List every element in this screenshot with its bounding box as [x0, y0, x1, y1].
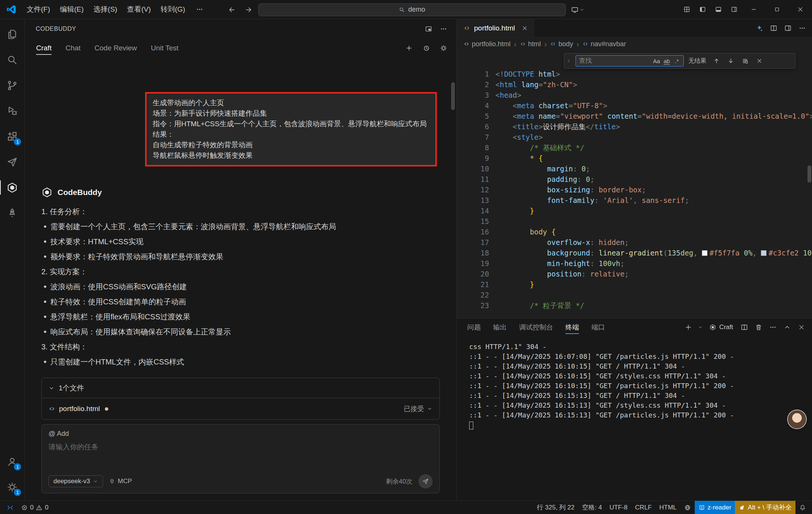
toggle-secondary-sidebar-button[interactable]	[726, 0, 742, 19]
code-line[interactable]: 9 * {	[457, 153, 812, 163]
open-in-editor-button[interactable]	[422, 22, 435, 36]
active-terminal-item[interactable]: Craft	[706, 324, 737, 331]
window-minimize-button[interactable]	[742, 0, 765, 19]
code-line[interactable]: 11 padding: 0;	[457, 174, 812, 184]
editor-body[interactable]: Aa ab .* 无结果 1<!DOCTYPE html>2<html lang…	[457, 51, 812, 318]
toggle-panel-button[interactable]	[710, 0, 726, 19]
code-line[interactable]: 10 margin: 0;	[457, 163, 812, 174]
whole-word-toggle[interactable]: ab	[662, 56, 672, 65]
accept-status[interactable]: 已接受	[404, 404, 433, 413]
find-previous-button[interactable]	[711, 55, 722, 67]
activitybar-settings[interactable]: 1	[0, 474, 24, 500]
activitybar-search[interactable]	[0, 47, 24, 73]
toggle-sidebar-button[interactable]	[695, 0, 710, 19]
panel-tab-终端[interactable]: 终端	[565, 319, 579, 336]
send-button[interactable]	[418, 474, 433, 488]
panel-tab-调试控制台[interactable]: 调试控制台	[519, 319, 553, 336]
sidebar-tab-craft[interactable]: Craft	[36, 39, 52, 57]
sidebar-tab-unit-test[interactable]: Unit Test	[151, 39, 179, 57]
new-chat-button[interactable]	[402, 41, 416, 55]
code-line[interactable]: 4 <meta charset="UTF-8">	[457, 100, 812, 111]
menu-item[interactable]: 转到(G)	[156, 3, 190, 16]
chat-settings-button[interactable]	[437, 41, 450, 55]
find-in-selection-button[interactable]	[739, 55, 751, 67]
new-terminal-button[interactable]	[682, 320, 695, 334]
manual-completion-status[interactable]: Alt + \ 手动补全	[735, 501, 795, 514]
maximize-panel-button[interactable]	[780, 320, 794, 334]
code-line[interactable]: 18 background: linear-gradient(135deg, #…	[457, 248, 812, 258]
breadcrumb-item[interactable]: nav#navbar	[582, 40, 626, 48]
menu-item[interactable]: 选择(S)	[89, 3, 122, 16]
code-line[interactable]: 3<head>	[457, 90, 812, 100]
sidebar-tab-code-review[interactable]: Code Review	[94, 39, 137, 57]
language-mode[interactable]: HTML	[656, 501, 680, 514]
panel-more-actions[interactable]	[766, 320, 780, 334]
panel-tab-端口[interactable]: 端口	[591, 319, 605, 336]
find-input[interactable]	[579, 57, 651, 65]
activitybar-source-control[interactable]	[0, 73, 24, 98]
activitybar-extension-a[interactable]	[0, 149, 24, 175]
activitybar-account[interactable]: 1	[0, 449, 24, 474]
breadcrumb-item[interactable]: portfolio.html	[464, 40, 511, 48]
code-line[interactable]: 17 overflow-x: hidden;	[457, 237, 812, 248]
code-line[interactable]: 16 body {	[457, 227, 812, 237]
match-case-toggle[interactable]: Aa	[651, 56, 662, 65]
code-line[interactable]: 7 <style>	[457, 132, 812, 142]
editor-more-actions[interactable]	[795, 21, 809, 35]
activitybar-run-debug[interactable]	[0, 98, 24, 124]
panel-tab-输出[interactable]: 输出	[493, 319, 507, 336]
menu-overflow[interactable]	[191, 3, 208, 16]
terminal-output[interactable]: css HTTP/1.1" 304 -::1 - - [14/May/2025 …	[457, 336, 812, 500]
editor-tab-portfolio[interactable]: portfolio.html	[457, 19, 534, 37]
code-line[interactable]: 1<!DOCTYPE html>	[457, 69, 812, 79]
code-line[interactable]: 15	[457, 216, 812, 227]
eol-sequence[interactable]: CRLF	[631, 501, 655, 514]
sidebar-tab-chat[interactable]: Chat	[65, 39, 80, 57]
ai-edit-button[interactable]	[753, 21, 766, 35]
terminal-profile-dropdown[interactable]	[696, 320, 705, 334]
indentation[interactable]: 空格: 4	[578, 501, 606, 514]
split-editor-button[interactable]	[767, 21, 780, 35]
close-panel-button[interactable]	[795, 320, 808, 334]
kill-terminal-button[interactable]	[752, 320, 765, 334]
chat-scroll-area[interactable]: 生成带动画的个人主页场景：为新手设计师快速搭建作品集指令：用HTML+CSS生成…	[25, 57, 456, 500]
assistant-avatar[interactable]	[788, 410, 806, 428]
task-input[interactable]	[48, 443, 433, 451]
breadcrumb-item[interactable]: body	[550, 40, 573, 48]
window-maximize-button[interactable]	[765, 0, 789, 19]
panel-tab-问题[interactable]: 问题	[467, 319, 481, 336]
activitybar-explorer[interactable]	[0, 21, 24, 47]
cursor-position[interactable]: 行 325, 列 22	[533, 501, 578, 514]
find-close-button[interactable]	[754, 55, 765, 67]
editor-layout-button[interactable]	[781, 21, 795, 35]
window-close-button[interactable]	[789, 0, 812, 19]
menu-item[interactable]: 查看(V)	[122, 3, 156, 16]
activitybar-extension-b[interactable]	[0, 200, 24, 226]
code-line[interactable]: 12 box-sizing: border-box;	[457, 184, 812, 195]
sidebar-scrollbar[interactable]	[451, 82, 455, 110]
notifications-button[interactable]	[795, 501, 810, 514]
more-actions-button[interactable]	[437, 22, 450, 36]
activitybar-extensions[interactable]: 1	[0, 124, 24, 149]
go-back-button[interactable]	[225, 3, 239, 17]
menu-item[interactable]: 编辑(E)	[55, 3, 88, 16]
code-line[interactable]: 21 }	[457, 279, 812, 290]
add-context-button[interactable]: @ Add	[48, 430, 433, 438]
remote-indicator[interactable]	[3, 501, 17, 514]
code-line[interactable]: 6 <title>设计师作品集</title>	[457, 121, 812, 132]
code-line[interactable]: 14 }	[457, 206, 812, 216]
mcp-button[interactable]: MCP	[109, 478, 132, 485]
activitybar-codebuddy[interactable]	[0, 175, 24, 200]
code-line[interactable]: 2<html lang="zh-CN">	[457, 79, 812, 90]
code-line[interactable]: 5 <meta name="viewport" content="width=d…	[457, 111, 812, 121]
code-line[interactable]: 19 min-height: 100vh;	[457, 258, 812, 269]
toggle-replace-button[interactable]	[565, 53, 573, 68]
code-line[interactable]: 22	[457, 290, 812, 300]
editor-scrollbar[interactable]	[807, 51, 812, 318]
code-lines[interactable]: 1<!DOCTYPE html>2<html lang="zh-CN">3<he…	[457, 51, 812, 311]
regex-toggle[interactable]: .*	[672, 56, 682, 65]
encoding[interactable]: UTF-8	[606, 501, 631, 514]
remote-window-menu[interactable]	[569, 6, 587, 14]
scrollbar-thumb[interactable]	[807, 165, 811, 183]
breadcrumb-item[interactable]: html	[520, 40, 541, 48]
